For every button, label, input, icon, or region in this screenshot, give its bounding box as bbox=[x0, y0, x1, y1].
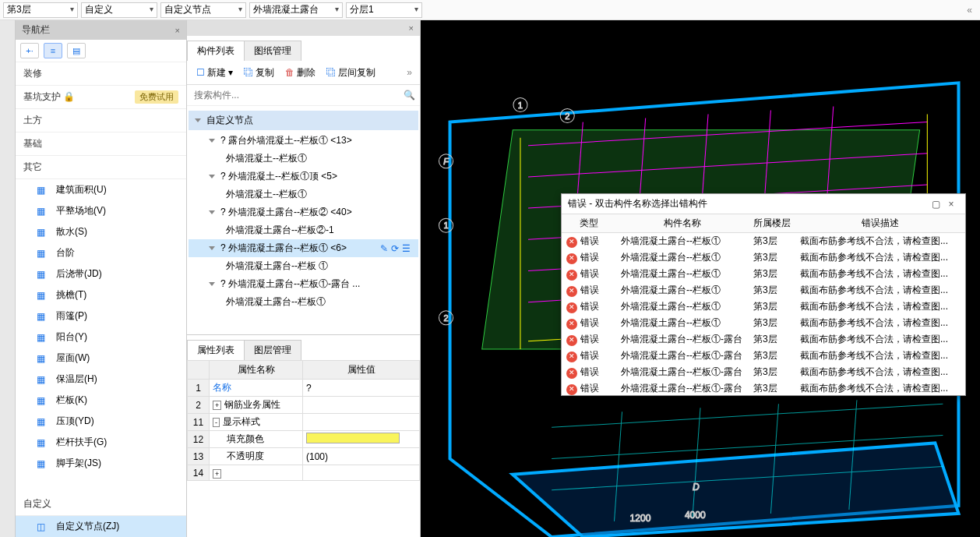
tree-node[interactable]: 外墙混凝土--栏板① bbox=[189, 185, 418, 203]
tab-component-list[interactable]: 构件列表 bbox=[187, 41, 245, 61]
tab-layer-mgmt[interactable]: 图层管理 bbox=[244, 340, 301, 360]
close-icon[interactable]: × bbox=[175, 26, 180, 35]
nav-category[interactable]: 装修 bbox=[16, 62, 186, 86]
detail-view-icon[interactable]: ▤ bbox=[67, 43, 86, 58]
error-table: 类型 构件名称 所属楼层 错误描述 ✕错误外墙混凝土露台--栏板①第3层截面布筋… bbox=[562, 214, 965, 395]
action-icon[interactable]: ⟳ bbox=[391, 243, 399, 254]
copy-button[interactable]: ⿻复制 bbox=[239, 65, 279, 81]
tree-node[interactable]: 外墙混凝土--栏板① bbox=[189, 150, 418, 168]
scatter-icon: ▦ bbox=[33, 226, 48, 238]
custom-node-item[interactable]: ◫ 自定义节点(ZJ) bbox=[16, 516, 186, 537]
nav-item[interactable]: ▦建筑面积(U) bbox=[16, 179, 186, 200]
tree-node[interactable]: ? 外墙混凝土露台--栏板② <40> bbox=[189, 203, 418, 221]
list-view-icon[interactable]: ≡ bbox=[44, 43, 62, 58]
nav-item[interactable]: ▦栏杆扶手(G) bbox=[16, 432, 186, 453]
add-icon[interactable]: +· bbox=[20, 43, 39, 58]
custom-category[interactable]: 自定义 bbox=[16, 493, 186, 516]
error-row[interactable]: ✕错误外墙混凝土露台--栏板①第3层截面布筋参考线不合法，请检查图... bbox=[562, 299, 965, 315]
tree-node[interactable]: ? 外墙混凝土露台--栏板①-露台 ... bbox=[189, 275, 418, 293]
edit-icon[interactable]: ✎ bbox=[380, 243, 388, 254]
prop-row[interactable]: 2+钢筋业务属性 bbox=[188, 397, 420, 414]
rail-icon: ▦ bbox=[33, 394, 48, 407]
error-row[interactable]: ✕错误外墙混凝土露台--栏板①-露台第3层截面布筋参考线不合法，请检查图... bbox=[562, 364, 965, 380]
close-icon[interactable]: × bbox=[409, 23, 414, 33]
component-tree: 自定义节点 ? 露台外墙混凝土--栏板① <13>外墙混凝土--栏板①? 外墙混… bbox=[187, 106, 420, 334]
prop-tabbar: 属性列表 图层管理 bbox=[187, 335, 420, 360]
tree-node[interactable]: 外墙混凝土露台--栏板 ① bbox=[189, 257, 418, 275]
nav-item[interactable]: ▦压顶(YD) bbox=[16, 411, 186, 432]
prop-row[interactable]: 1名称? bbox=[188, 380, 420, 397]
nav-item[interactable]: ▦平整场地(V) bbox=[16, 200, 186, 221]
collapse-icon[interactable]: « bbox=[962, 5, 977, 16]
top-press-icon: ▦ bbox=[33, 415, 48, 428]
delete-button[interactable]: 🗑删除 bbox=[280, 65, 320, 81]
nav-item[interactable]: ▦雨篷(P) bbox=[16, 306, 186, 327]
nav-item[interactable]: ▦屋面(W) bbox=[16, 348, 186, 369]
error-icon: ✕ bbox=[566, 237, 577, 248]
step-icon: ▦ bbox=[33, 247, 48, 260]
nav-item[interactable]: ▦后浇带(JD) bbox=[16, 263, 186, 284]
prop-row[interactable]: 14+ bbox=[188, 465, 420, 481]
close-icon[interactable]: × bbox=[943, 199, 959, 210]
tree-node[interactable]: ? 露台外墙混凝土--栏板① <13> bbox=[189, 132, 418, 150]
nav-category[interactable]: 土方 bbox=[16, 109, 186, 132]
trial-badge: 免费试用 bbox=[135, 90, 178, 104]
maximize-icon[interactable]: ▢ bbox=[928, 199, 943, 210]
error-row[interactable]: ✕错误外墙混凝土露台--栏板①-露台第3层截面布筋参考线不合法，请检查图... bbox=[562, 348, 965, 364]
prop-table: 属性名称属性值 1名称?2+钢筋业务属性11-显示样式12填充颜色13不透明度(… bbox=[187, 360, 420, 537]
error-titlebar[interactable]: 错误 - 双击构件名称选择出错构件 ▢ × bbox=[562, 194, 965, 214]
error-icon: ✕ bbox=[566, 270, 577, 281]
nav-category[interactable]: 基础 bbox=[16, 132, 186, 156]
error-dialog[interactable]: 错误 - 双击构件名称选择出错构件 ▢ × 类型 构件名称 所属楼层 错误描述 … bbox=[561, 193, 966, 396]
nav-item[interactable]: ▦挑檐(T) bbox=[16, 284, 186, 306]
nav-item[interactable]: ▦散水(S) bbox=[16, 221, 186, 242]
tab-drawing-mgmt[interactable]: 图纸管理 bbox=[244, 41, 301, 61]
level-icon: ▦ bbox=[33, 205, 48, 217]
prop-row[interactable]: 13不透明度(100) bbox=[188, 448, 420, 465]
tree-node[interactable]: ? 外墙混凝土露台--栏板① <6>✎⟳☰ bbox=[189, 239, 418, 257]
search-icon[interactable]: 🔍 bbox=[404, 90, 415, 101]
toolbar-more-icon[interactable]: » bbox=[404, 64, 415, 81]
error-row[interactable]: ✕错误外墙混凝土露台--栏板①第3层截面布筋参考线不合法，请检查图... bbox=[562, 315, 965, 331]
error-row[interactable]: ✕错误外墙混凝土露台--栏板①-露台第3层截面布筋参考线不合法，请检查图... bbox=[562, 331, 965, 348]
layer-copy-button[interactable]: ⿻层间复制 bbox=[322, 65, 380, 81]
svg-line-15 bbox=[552, 404, 943, 427]
floor-select[interactable]: 第3层 bbox=[3, 2, 78, 18]
nav-item[interactable]: ▦保温层(H) bbox=[16, 369, 186, 390]
canopy-icon: ▦ bbox=[33, 310, 48, 323]
node-select[interactable]: 自定义节点 bbox=[160, 2, 246, 18]
nav-title-text: 导航栏 bbox=[22, 23, 50, 37]
nav-item[interactable]: ▦台阶 bbox=[16, 242, 186, 263]
nav-item[interactable]: ▦阳台(Y) bbox=[16, 327, 186, 348]
nav-item[interactable]: ▦栏板(K) bbox=[16, 390, 186, 411]
tree-root[interactable]: 自定义节点 bbox=[189, 111, 418, 130]
error-row[interactable]: ✕错误外墙混凝土露台--栏板①第3层截面布筋参考线不合法，请检查图... bbox=[562, 233, 965, 250]
tree-node[interactable]: ? 外墙混凝土--栏板①顶 <5> bbox=[189, 168, 418, 185]
action-icon[interactable]: ☰ bbox=[402, 243, 411, 254]
new-button[interactable]: ☐新建▾ bbox=[192, 65, 238, 81]
category-select[interactable]: 自定义 bbox=[81, 2, 157, 18]
prop-row[interactable]: 12填充颜色 bbox=[188, 431, 420, 448]
tree-node[interactable]: 外墙混凝土露台--栏板① bbox=[189, 293, 418, 311]
error-row[interactable]: ✕错误外墙混凝土露台--栏板①第3层截面布筋参考线不合法，请检查图... bbox=[562, 249, 965, 266]
component-select[interactable]: 外墙混凝土露台 bbox=[249, 2, 343, 18]
prop-row[interactable]: 11-显示样式 bbox=[188, 414, 420, 431]
err-col-type: 类型 bbox=[562, 214, 616, 233]
nav-item[interactable]: ▦脚手架(JS) bbox=[16, 453, 186, 474]
nav-category[interactable]: 基坑支护 🔒免费试用 bbox=[16, 86, 186, 109]
error-row[interactable]: ✕错误外墙混凝土露台--栏板①第3层截面布筋参考线不合法，请检查图... bbox=[562, 266, 965, 282]
error-title-text: 错误 - 双击构件名称选择出错构件 bbox=[568, 197, 707, 210]
roof-icon: ▦ bbox=[33, 352, 48, 365]
error-icon: ✕ bbox=[566, 286, 577, 297]
error-row[interactable]: ✕错误外墙混凝土露台--栏板①第3层截面布筋参考线不合法，请检查图... bbox=[562, 282, 965, 299]
search-input[interactable] bbox=[192, 87, 404, 103]
cast-icon: ▦ bbox=[33, 268, 48, 281]
err-col-desc: 错误描述 bbox=[795, 214, 965, 233]
prop-header-value: 属性值 bbox=[303, 361, 420, 380]
tab-prop-list[interactable]: 属性列表 bbox=[187, 340, 245, 360]
color-swatch[interactable] bbox=[306, 433, 400, 443]
error-row[interactable]: ✕错误外墙混凝土露台--栏板①-露台第3层截面布筋参考线不合法，请检查图... bbox=[562, 380, 965, 395]
layer-select[interactable]: 分层1 bbox=[346, 2, 422, 18]
nav-category[interactable]: 其它 bbox=[16, 156, 186, 179]
tree-node[interactable]: 外墙混凝土露台--栏板②-1 bbox=[189, 221, 418, 239]
